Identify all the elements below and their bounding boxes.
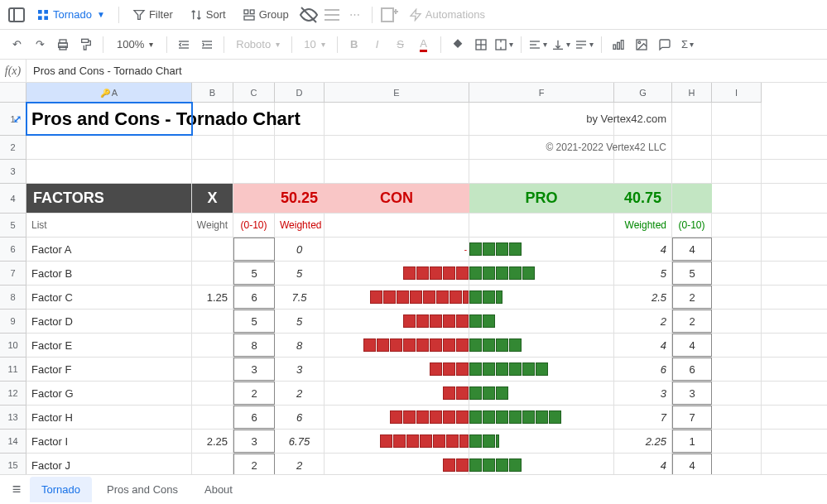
con-weighted-cell[interactable]: 2 (275, 382, 325, 405)
col-header-B[interactable]: B (192, 83, 233, 103)
con-weighted-cell[interactable]: 7.5 (275, 286, 325, 309)
merge-icon[interactable]: ▾ (494, 35, 514, 55)
tab-about[interactable]: About (193, 477, 244, 502)
cell[interactable] (712, 214, 762, 237)
halign-icon[interactable]: ▾ (528, 35, 548, 55)
weight-cell[interactable] (192, 382, 233, 405)
con-bar-cell[interactable] (325, 430, 469, 453)
con-weighted-cell[interactable]: 5 (275, 310, 325, 333)
row-header-13[interactable]: 13 (0, 406, 26, 430)
fx-label[interactable]: f(x) (0, 60, 26, 82)
cell-copyright[interactable]: © 2021-2022 Vertex42 LLC (614, 136, 672, 159)
row-header-9[interactable]: 9 (0, 310, 26, 334)
pro-weighted-cell[interactable]: 2 (614, 310, 672, 333)
con-010-cell[interactable]: 2 (233, 382, 275, 405)
con-bar-cell[interactable] (325, 358, 469, 381)
con-010-cell[interactable]: 6 (233, 406, 275, 429)
strikethrough-icon[interactable]: S (391, 35, 411, 55)
con-weighted-cell[interactable]: 6.75 (275, 430, 325, 453)
select-all-corner[interactable] (0, 83, 26, 103)
pro-bar-cell[interactable] (469, 454, 614, 474)
header-pro-total[interactable]: 40.75 (614, 184, 672, 213)
pro-010-cell[interactable]: 4 (672, 334, 712, 357)
row-header-10[interactable]: 10 (0, 334, 26, 358)
con-bar-cell[interactable] (325, 286, 469, 309)
row-header-6[interactable]: 6 (0, 238, 26, 262)
weight-cell[interactable] (192, 310, 233, 333)
pro-bar-cell[interactable] (469, 286, 614, 309)
pro-010-cell[interactable]: 4 (672, 454, 712, 474)
con-weighted-cell[interactable]: 3 (275, 358, 325, 381)
pro-bar-cell[interactable] (469, 238, 614, 261)
sidebar-toggle-icon[interactable] (7, 5, 26, 25)
redo-icon[interactable]: ↷ (30, 35, 50, 55)
cell[interactable] (192, 136, 233, 159)
factor-name[interactable]: Factor A (26, 238, 192, 261)
row-header-15[interactable]: 15 (0, 454, 26, 474)
pro-010-cell[interactable]: 3 (672, 382, 712, 405)
add-record-icon[interactable] (379, 5, 399, 25)
factor-name[interactable]: Factor J (26, 454, 192, 474)
header-pro[interactable]: PRO (469, 184, 614, 213)
row-header-7[interactable]: 7 (0, 262, 26, 286)
weight-cell[interactable] (192, 238, 233, 261)
paint-format-icon[interactable] (76, 35, 96, 55)
cell[interactable] (325, 103, 469, 135)
row-header-4[interactable]: 4 (0, 184, 26, 214)
pro-010-cell[interactable]: 5 (672, 262, 712, 285)
cell[interactable] (672, 160, 712, 183)
weight-cell[interactable]: 1.25 (192, 286, 233, 309)
cell-byline[interactable]: by Vertex42.com (614, 103, 672, 135)
row-header-2[interactable]: 2 (0, 136, 26, 160)
hide-icon[interactable] (299, 5, 319, 25)
print-icon[interactable] (53, 35, 73, 55)
pro-bar-cell[interactable] (469, 430, 614, 453)
con-010-cell[interactable]: 2 (233, 454, 275, 474)
con-bar-cell[interactable] (325, 382, 469, 405)
subheader-weighted-pro[interactable]: Weighted (614, 214, 672, 237)
automations-button[interactable]: Automations (402, 5, 492, 25)
italic-icon[interactable]: I (368, 35, 387, 55)
subheader-weight[interactable]: Weight (192, 214, 233, 237)
col-header-A[interactable]: 🔑A (26, 83, 192, 103)
factor-name[interactable]: Factor D (26, 310, 192, 333)
pro-weighted-cell[interactable]: 2.25 (614, 430, 672, 453)
cell[interactable] (712, 310, 762, 333)
con-010-cell[interactable]: 5 (233, 310, 275, 333)
factor-name[interactable]: Factor F (26, 358, 192, 381)
zoom-select[interactable]: 100%▾ (110, 35, 160, 54)
col-header-F[interactable]: F (469, 83, 614, 103)
tab-tornado[interactable]: Tornado (30, 477, 92, 502)
cell[interactable] (233, 184, 275, 213)
col-header-I[interactable]: I (712, 83, 762, 103)
cell[interactable] (26, 160, 192, 183)
con-bar-cell[interactable] (325, 406, 469, 429)
cell[interactable] (712, 262, 762, 285)
weight-cell[interactable] (192, 454, 233, 474)
row-header-3[interactable]: 3 (0, 160, 26, 184)
cell[interactable] (712, 238, 762, 261)
cell[interactable] (712, 406, 762, 429)
con-weighted-cell[interactable]: 6 (275, 406, 325, 429)
weight-cell[interactable] (192, 406, 233, 429)
cell[interactable] (712, 334, 762, 357)
subheader-010-pro[interactable]: (0-10) (672, 214, 712, 237)
row-height-icon[interactable] (322, 5, 342, 25)
indent-icon[interactable] (197, 35, 217, 55)
font-size-select[interactable]: 10▾ (299, 36, 329, 52)
con-010-cell[interactable]: 5 (233, 262, 275, 285)
con-weighted-cell[interactable]: 2 (275, 454, 325, 474)
cell[interactable] (26, 136, 192, 159)
pro-weighted-cell[interactable]: 7 (614, 406, 672, 429)
factor-name[interactable]: Factor E (26, 334, 192, 357)
con-weighted-cell[interactable]: 0 (275, 238, 325, 261)
con-bar-cell[interactable] (325, 262, 469, 285)
col-header-C[interactable]: C (233, 83, 275, 103)
cell[interactable] (469, 160, 614, 183)
cell[interactable] (233, 160, 275, 183)
cell[interactable] (672, 136, 712, 159)
factor-name[interactable]: Factor C (26, 286, 192, 309)
group-button[interactable]: Group (236, 5, 296, 25)
weight-cell[interactable] (192, 334, 233, 357)
subheader-010-con[interactable]: (0-10) (233, 214, 275, 237)
